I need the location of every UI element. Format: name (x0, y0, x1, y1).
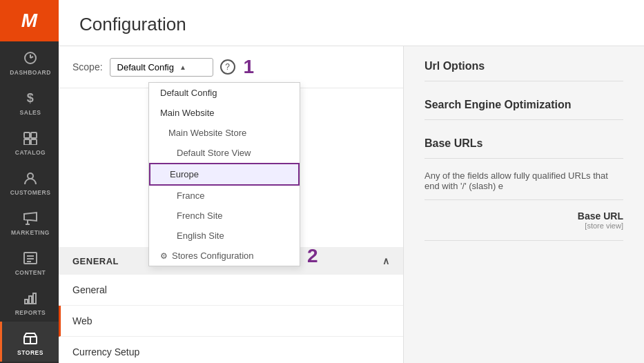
help-icon[interactable]: ? (220, 59, 235, 75)
scope-label: Scope: (72, 61, 103, 72)
sidebar-label-sales: SALES (20, 109, 41, 116)
dropdown-item-main-website[interactable]: Main Website (149, 103, 300, 123)
customers-icon (21, 170, 40, 186)
collapse-icon[interactable]: ∧ (382, 255, 390, 266)
dropdown-item-france[interactable]: France (149, 186, 300, 206)
svg-point-5 (28, 173, 33, 179)
reports-icon (21, 290, 40, 306)
svg-rect-4 (31, 139, 37, 145)
catalog-icon (21, 130, 40, 146)
sidebar-item-stores[interactable]: STORES (0, 322, 59, 362)
base-url-label: Base URL (578, 210, 623, 222)
sidebar-item-reports[interactable]: REPORTS (0, 282, 59, 322)
url-options-title: Url Options (425, 46, 623, 81)
dropdown-item-default-config[interactable]: Default Config (149, 83, 300, 103)
dropdown-arrow-icon: ▲ (179, 63, 186, 71)
sidebar-item-dashboard[interactable]: DASHBOARD (0, 41, 59, 81)
base-urls-desc: Any of the fields allow fully qualified … (425, 162, 623, 200)
magento-logo-icon: M (21, 10, 37, 32)
step-badge-1: 1 (244, 56, 255, 78)
dropdown-item-main-website-store[interactable]: Main Website Store (149, 123, 300, 143)
dropdown-item-default-store-view[interactable]: Default Store View (149, 143, 300, 163)
svg-rect-3 (24, 139, 30, 145)
svg-rect-15 (33, 293, 36, 304)
sidebar-label-catalog: CATALOG (15, 149, 46, 156)
sidebar-label-content: CONTENT (15, 269, 46, 276)
sidebar-label-marketing: MARKETING (11, 229, 50, 236)
sidebar-item-marketing[interactable]: MARKETING (0, 202, 59, 242)
marketing-icon (21, 210, 40, 226)
sidebar-item-customers[interactable]: CUSTOMERS (0, 161, 59, 202)
svg-rect-1 (24, 133, 30, 138)
seo-title: Search Engine Optimization (425, 85, 623, 120)
sidebar-item-catalog[interactable]: CATALOG (0, 121, 59, 161)
scope-selected-value: Default Config (117, 62, 174, 72)
sidebar-label-stores: STORES (17, 349, 43, 356)
dropdown-item-stores-config[interactable]: ⚙ Stores Configuration (149, 246, 300, 266)
sidebar-item-content[interactable]: CONTENT (0, 242, 59, 282)
sidebar-logo: M (0, 0, 59, 41)
base-url-sub: [store view] (585, 222, 623, 230)
general-header-label: GENERAL (72, 256, 119, 266)
dropdown-item-french-site[interactable]: French Site (149, 206, 300, 226)
main-content: Configuration Scope: Default Config ▲ ? … (59, 0, 644, 363)
stores-config-label: Stores Configuration (172, 251, 254, 261)
left-panel: Scope: Default Config ▲ ? 1 Default Conf… (59, 46, 404, 363)
svg-rect-2 (31, 133, 37, 138)
base-url-item: Base URL [store view] (425, 200, 623, 241)
content-icon (21, 250, 40, 266)
gear-icon: ⚙ (160, 251, 168, 261)
svg-rect-14 (29, 296, 32, 304)
sidebar-label-reports: REPORTS (15, 309, 46, 316)
dropdown-item-europe[interactable]: Europe (149, 163, 300, 186)
right-panel: Url Options Search Engine Optimization B… (404, 46, 644, 363)
section-item-currency[interactable]: Currency Setup (59, 337, 403, 363)
stores-icon (21, 330, 40, 346)
section-item-general[interactable]: General (59, 275, 403, 306)
dropdown-menu: Default Config Main Website Main Website… (148, 82, 300, 266)
sales-icon: $ (21, 90, 40, 106)
scope-dropdown[interactable]: Default Config ▲ (110, 58, 213, 77)
svg-rect-13 (25, 300, 28, 304)
svg-marker-6 (24, 213, 37, 221)
base-urls-title: Base URLs (425, 124, 623, 159)
sidebar-item-sales[interactable]: $ SALES (0, 81, 59, 121)
page-header: Configuration (59, 0, 644, 46)
sidebar-label-dashboard: DASHBOARD (10, 69, 51, 76)
section-item-web[interactable]: Web (59, 306, 403, 337)
dropdown-item-english-site[interactable]: English Site (149, 226, 300, 246)
page-title: Configuration (79, 14, 623, 35)
content-area: Scope: Default Config ▲ ? 1 Default Conf… (59, 46, 644, 363)
sidebar-label-customers: CUSTOMERS (10, 189, 51, 196)
step-badge-2: 2 (307, 245, 318, 266)
sidebar: M DASHBOARD $ SALES CATALOG (0, 0, 59, 363)
dashboard-icon (21, 50, 40, 66)
